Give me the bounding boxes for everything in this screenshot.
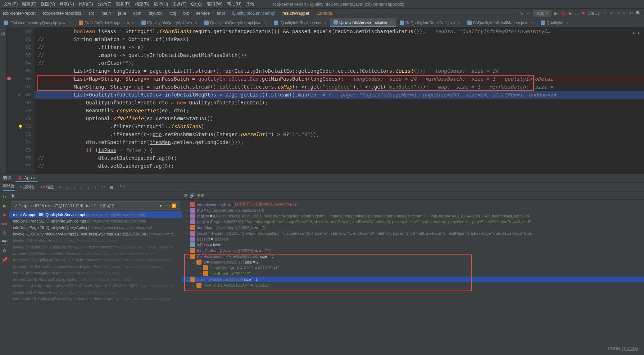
- variable-row[interactable]: ›"longCode" -> "A.A.01.01.AA010151AP": [182, 265, 644, 271]
- eval-icon[interactable]: ▦: [110, 185, 113, 189]
- menu-item[interactable]: 帮助(H): [225, 1, 244, 7]
- code-line[interactable]: // dto.setDischargedFlag(0);: [35, 162, 644, 170]
- debug-icon[interactable]: 🐞: [561, 11, 566, 16]
- menu-item[interactable]: 运行(U): [151, 1, 171, 7]
- rerun-icon[interactable]: ↻: [3, 194, 6, 199]
- stack-frame[interactable]: log:86, AbstractApiLogAspect (com.dtyunx…: [9, 270, 182, 276]
- search-icon[interactable]: 🔍: [636, 11, 641, 16]
- menu-item[interactable]: 重构(R): [114, 1, 133, 7]
- layout-icon[interactable]: ⊞: [184, 193, 187, 198]
- breadcrumb-item[interactable]: java: [118, 11, 126, 16]
- code-line[interactable]: .filter(StringUtil::isNotBlank): [35, 122, 644, 130]
- editor-tab[interactable]: IFinishedInventoryQueryApi.java×: [0, 18, 75, 27]
- breadcrumb-item[interactable]: service: [196, 11, 210, 16]
- editor-tab[interactable]: QualityInfoServiceImpl.java×: [330, 18, 396, 27]
- step-icon[interactable]: ↓: [73, 185, 76, 189]
- mute-bp-icon[interactable]: ⊘: [3, 230, 6, 235]
- breadcrumb-item[interactable]: src: [89, 11, 94, 16]
- code-editor[interactable]: ⚠ 7 boolean isPass = StringUtil.isNotBla…: [35, 27, 644, 174]
- menu-item[interactable]: 编辑(E): [20, 1, 38, 7]
- coverage-icon[interactable]: ▶: [569, 11, 572, 16]
- editor-tab[interactable]: TransferOrderMapper.xm×: [75, 18, 138, 27]
- git-history-icon[interactable]: ⟲: [623, 11, 626, 16]
- breadcrumb-item[interactable]: main: [101, 11, 111, 16]
- variable-row[interactable]: virtualInventoryEos = 找不到局部变量'virtualInv…: [182, 201, 644, 207]
- breadcrumb-item[interactable]: tcbj: [169, 11, 176, 16]
- code-line[interactable]: // .map(e -> qualityInfoDetailDas.getMin…: [35, 51, 644, 59]
- variable-row[interactable]: ›this = {QualityInfoServiceImpl@19414}: [182, 207, 644, 213]
- menu-item[interactable]: 构建(B): [133, 1, 151, 7]
- breadcrumb-item[interactable]: QualityInfoServiceImpl: [232, 11, 275, 16]
- code-line[interactable]: List<Map<String, String>> minPassBatch =…: [35, 75, 644, 83]
- menu-item[interactable]: 视图(V): [38, 1, 57, 7]
- stack-frame[interactable]: resultWrapper:68, QualityInfoServiceImpl…: [9, 211, 182, 218]
- stack-frame[interactable]: proceed:89, MethodInvocationProceedingJo…: [9, 263, 182, 270]
- variable-row[interactable]: ›longCodes = {ArrayList@23555} size = 24: [182, 248, 644, 253]
- menu-item[interactable]: 其他: [244, 1, 257, 7]
- step-into-icon[interactable]: ⤵: [66, 185, 68, 189]
- editor-tab[interactable]: QualityInf×: [537, 18, 572, 27]
- profile-icon[interactable]: …: [575, 11, 579, 16]
- stop-debug-icon[interactable]: ■: [3, 212, 6, 217]
- git-commit-icon[interactable]: ✓: [610, 11, 613, 16]
- code-line[interactable]: // dto.setBatchUpsideFlag(0);: [35, 154, 644, 162]
- code-line[interactable]: List<String> longCodes = page.getList().…: [35, 67, 644, 75]
- debugger-tab[interactable]: 调试器: [3, 183, 15, 191]
- code-line[interactable]: // String minBatch = Optional.of(!isPass…: [35, 35, 644, 43]
- breadcrumb-item[interactable]: tcbj-center-report: [3, 11, 36, 16]
- debug-app-tab[interactable]: 🐞 App ×: [15, 175, 37, 182]
- console-tab[interactable]: ≡ 控制台: [20, 184, 35, 190]
- menu-item[interactable]: 工具(T): [170, 1, 189, 7]
- stack-frame[interactable]: intercept:688, CglibAopProxy$DynamicAdvi…: [9, 296, 182, 302]
- stack-frame[interactable]: proceed:750, CglibAopProxy$CglibMethodIn…: [9, 257, 182, 263]
- force-step-icon[interactable]: ↓: [87, 185, 90, 189]
- stack-frame[interactable]: invokeJoinpoint:779, CglibAopProxy$Cglib…: [9, 244, 182, 250]
- code-line[interactable]: Optional.ofNullable(eo.getPushWmsStatus(…: [35, 114, 644, 122]
- breakpoints-tab[interactable]: ●● 端点: [40, 184, 54, 190]
- editor-tab[interactable]: IQualityInfoQueryApi.java×: [138, 18, 201, 27]
- code-line[interactable]: if (isPass = false ) {: [35, 146, 644, 154]
- error-indicator[interactable]: ⚠ 7: [632, 29, 640, 37]
- code-line[interactable]: BeanUtils.copyProperties(eo, dto);: [35, 107, 644, 114]
- code-line[interactable]: List<QualityInfoDetailReqDto> infoDetail…: [35, 91, 644, 99]
- pin-icon[interactable]: 📌: [2, 257, 8, 262]
- variable-row[interactable]: ›reqDto = {QualityInfoReqDto@23551} "Qua…: [182, 213, 644, 219]
- menu-item[interactable]: 分析(Z): [95, 1, 114, 7]
- run-icon[interactable]: ▶: [554, 11, 558, 16]
- step-over-icon[interactable]: ≡: [59, 185, 61, 189]
- editor-tab[interactable]: ReQualityInfoDetailDas.java×: [396, 18, 464, 27]
- breadcrumb-item[interactable]: Lambda: [317, 11, 332, 16]
- variable-row[interactable]: ›page = {PageInfo@23552} "PageInfo{pageN…: [182, 219, 644, 225]
- variable-row[interactable]: ⌄map = {HashMap@23568} size = 1: [182, 277, 644, 282]
- git-push-icon[interactable]: ↗: [616, 11, 620, 16]
- menu-item[interactable]: 导航(N): [57, 1, 76, 7]
- stack-frame[interactable]: invoke:218, MethodProxy (org.springframe…: [9, 237, 182, 244]
- stack-frame[interactable]: infoDetailPage:25, QualityInfoQueryApiIm…: [9, 224, 182, 231]
- build-icon[interactable]: ↘: [520, 11, 523, 16]
- git-revert-icon[interactable]: ↶: [629, 11, 633, 16]
- settings-icon[interactable]: ⚙: [3, 248, 7, 253]
- code-line[interactable]: dto.setSpecification(itemMap.get(eo.getL…: [35, 138, 644, 146]
- code-line[interactable]: QualityInfoDetailReqDto dto = new Qualit…: [35, 99, 644, 107]
- stack-frame[interactable]: invoke:-1, AbstractApiLogAspect$FastClas…: [9, 283, 182, 289]
- code-line[interactable]: // .filter(e -> e): [35, 43, 644, 51]
- variable-row[interactable]: ›"minBatch" -> "202212": [182, 271, 644, 277]
- breadcrumb-item[interactable]: resultWrapper: [282, 11, 309, 16]
- frame-list[interactable]: resultWrapper:68, QualityInfoServiceImpl…: [9, 211, 182, 355]
- code-line[interactable]: .ifPresent(r->dto.setPushWmsStatus(Integ…: [35, 130, 644, 138]
- breadcrumb-item[interactable]: com: [133, 11, 141, 16]
- variable-row[interactable]: passed = "passed": [182, 236, 644, 242]
- breadcrumb-item[interactable]: impl: [217, 11, 225, 16]
- variable-row[interactable]: ›"A.A.01.01.AA010151AP" -> "202212": [182, 282, 644, 288]
- view-bp-icon[interactable]: ●●: [2, 221, 8, 226]
- breadcrumb-item[interactable]: biz: [183, 11, 189, 16]
- thread-dump-icon[interactable]: 📷: [2, 239, 8, 244]
- git-update-icon[interactable]: ✓: [603, 11, 607, 16]
- menu-item[interactable]: Git(G): [189, 2, 205, 7]
- stack-frame[interactable]: invoke:-1, QualityInfoQueryApiImpl$$Fast…: [9, 231, 182, 237]
- menu-item[interactable]: 窗口(W): [205, 1, 225, 7]
- run-to-cursor-icon[interactable]: ↑: [95, 185, 97, 189]
- editor-tab[interactable]: QualityInfoQueryApiImpl.java×: [201, 18, 270, 27]
- stop-icon[interactable]: ■: [582, 11, 585, 16]
- editor-tab[interactable]: CsQualityInfoDetailMapper.java×: [464, 18, 538, 27]
